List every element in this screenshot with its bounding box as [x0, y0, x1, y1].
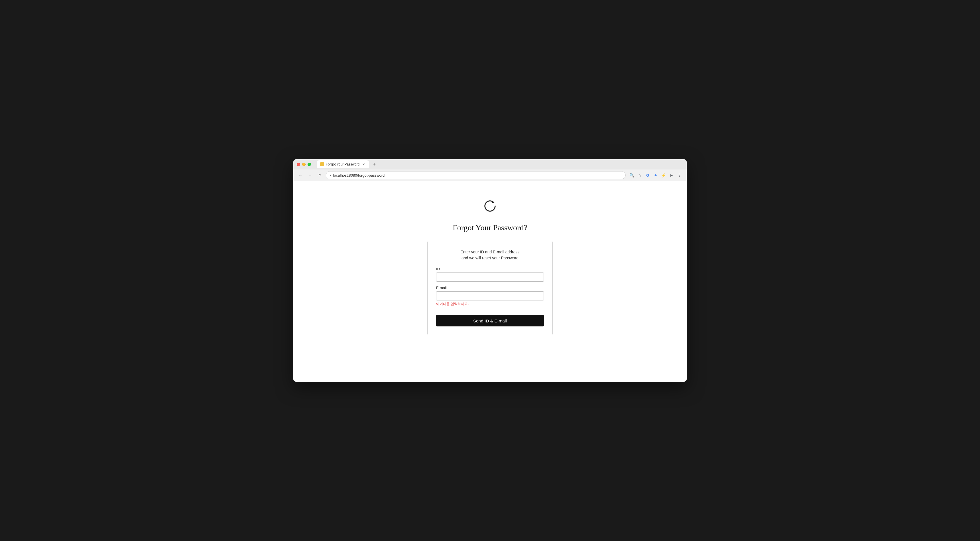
email-form-group: E-mail 아이디를 입력하세요.	[436, 286, 544, 306]
title-bar: Forgot Your Password ✕ +	[293, 159, 687, 169]
bookmark-icon[interactable]: ☆	[636, 171, 643, 179]
error-message: 아이디를 입력하세요.	[436, 302, 544, 306]
form-description: Enter your ID and E-mail address and we …	[436, 249, 544, 261]
forward-icon: →	[308, 173, 312, 177]
menu-icon[interactable]: ⋮	[676, 171, 683, 179]
new-tab-button[interactable]: +	[370, 160, 378, 168]
toolbar-icons: 🔍 ☆ G ● ⚡ ▶ ⋮	[628, 171, 683, 179]
extensions-icon[interactable]: ⚡	[660, 171, 667, 179]
browser-window: Forgot Your Password ✕ + ← → ↻ ● localho…	[293, 159, 687, 382]
form-card: Enter your ID and E-mail address and we …	[427, 241, 553, 335]
submit-button[interactable]: Send ID & E-mail	[436, 315, 544, 326]
id-input[interactable]	[436, 273, 544, 282]
back-button[interactable]: ←	[297, 171, 304, 179]
tab-favicon	[320, 162, 324, 166]
search-icon[interactable]: 🔍	[628, 171, 635, 179]
tab-close-button[interactable]: ✕	[361, 162, 366, 167]
id-label: ID	[436, 267, 544, 271]
traffic-lights	[297, 163, 311, 166]
translate-icon[interactable]: G	[644, 171, 651, 179]
reset-icon	[482, 198, 498, 217]
reload-icon: ↻	[318, 173, 321, 177]
profile-icon[interactable]: ●	[652, 171, 659, 179]
url-text: localhost:8080/forgot-password	[333, 173, 622, 177]
media-icon[interactable]: ▶	[668, 171, 675, 179]
page-title: Forgot Your Password?	[453, 223, 527, 232]
tab-bar: Forgot Your Password ✕ +	[317, 160, 683, 168]
active-tab[interactable]: Forgot Your Password ✕	[317, 160, 369, 168]
email-input[interactable]	[436, 291, 544, 300]
lock-icon: ●	[329, 174, 331, 177]
close-button[interactable]	[297, 163, 300, 166]
back-icon: ←	[298, 173, 302, 177]
forward-button[interactable]: →	[306, 171, 314, 179]
reload-button[interactable]: ↻	[316, 171, 323, 179]
minimize-button[interactable]	[302, 163, 305, 166]
email-label: E-mail	[436, 286, 544, 290]
address-bar: ← → ↻ ● localhost:8080/forgot-password 🔍…	[293, 169, 687, 181]
maximize-button[interactable]	[307, 163, 311, 166]
page-content: Forgot Your Password? Enter your ID and …	[293, 181, 687, 382]
tab-title: Forgot Your Password	[326, 162, 360, 166]
id-form-group: ID	[436, 267, 544, 282]
url-bar[interactable]: ● localhost:8080/forgot-password	[326, 171, 626, 179]
